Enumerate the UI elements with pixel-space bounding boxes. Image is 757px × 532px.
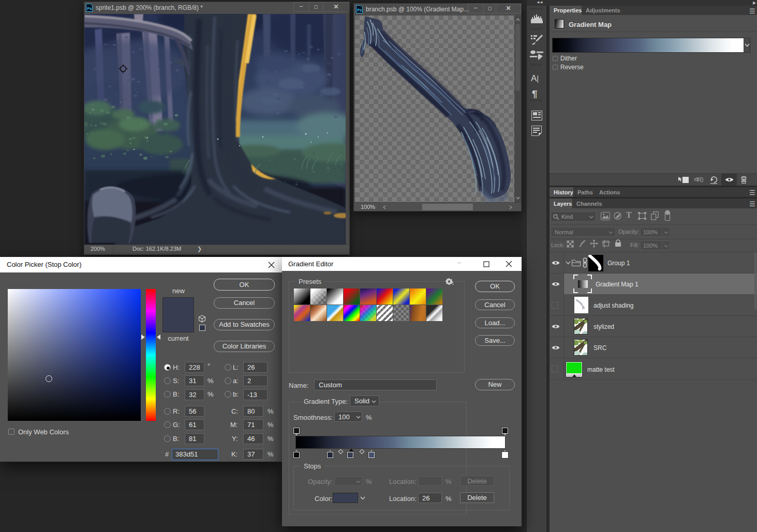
svg-text:Ps: Ps [87,6,92,11]
svg-text:Ps: Ps [357,8,362,12]
